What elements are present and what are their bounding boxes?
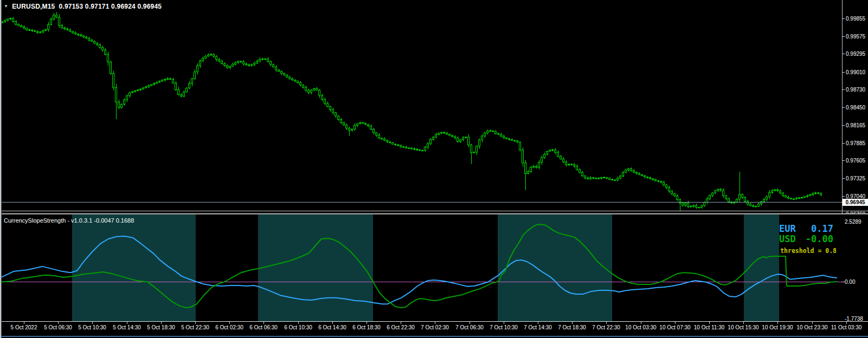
time-tick bbox=[538, 322, 538, 324]
time-axis-label: 6 Oct 14:30 bbox=[318, 324, 346, 330]
time-tick bbox=[24, 322, 24, 324]
current-price-badge: 0.96945 bbox=[843, 199, 868, 206]
price-axis-label: 0.97325 bbox=[846, 176, 867, 181]
time-axis-label: 5 Oct 18:30 bbox=[147, 324, 175, 330]
time-tick bbox=[709, 322, 710, 324]
mt4-chart-window: ▼ EURUSD,M15 0.97153 0.97171 0.96924 0.9… bbox=[0, 0, 868, 338]
price-axis-label: 0.99295 bbox=[846, 51, 867, 57]
time-tick bbox=[846, 322, 847, 324]
legend-usd-row: USD -0.00 bbox=[779, 234, 833, 244]
window-left-frame-shadow bbox=[1, 0, 2, 338]
time-tick bbox=[572, 322, 573, 324]
window-bottom-edge bbox=[0, 336, 868, 337]
time-tick bbox=[743, 322, 744, 324]
time-tick bbox=[504, 322, 504, 324]
panel-splitter[interactable] bbox=[0, 211, 868, 211]
time-axis-label: 5 Oct 22:30 bbox=[181, 324, 209, 330]
time-tick bbox=[229, 322, 230, 324]
signal-band bbox=[258, 214, 373, 321]
time-axis-label: 5 Oct 14:30 bbox=[113, 324, 141, 330]
time-axis-label: 7 Oct 10:30 bbox=[490, 324, 518, 330]
price-axis-label: 0.98450 bbox=[846, 105, 867, 110]
indicator-legend: EUR 0.17 USD -0.00 threshold = 0.8 bbox=[779, 224, 833, 255]
candles bbox=[2, 12, 822, 211]
time-tick bbox=[401, 322, 401, 324]
indicator-chart[interactable] bbox=[0, 214, 868, 321]
price-axis-label: 0.99010 bbox=[846, 69, 867, 75]
time-tick bbox=[298, 322, 299, 324]
time-axis-label: 10 Oct 03:30 bbox=[625, 324, 656, 330]
price-axis-label: 0.97885 bbox=[846, 140, 867, 146]
time-axis-label: 6 Oct 06:30 bbox=[249, 324, 278, 330]
time-axis-label: 7 Oct 06:30 bbox=[455, 324, 484, 330]
signal-band bbox=[72, 214, 196, 321]
legend-eur-row: EUR 0.17 bbox=[779, 224, 833, 234]
price-axis-label: 0.99575 bbox=[846, 34, 867, 40]
chart-title: ▼ EURUSD,M15 0.97153 0.97171 0.96924 0.9… bbox=[4, 3, 162, 10]
time-tick bbox=[435, 322, 435, 324]
time-tick bbox=[812, 322, 813, 324]
time-axis-label: 6 Oct 02:30 bbox=[215, 324, 243, 330]
time-tick bbox=[263, 322, 264, 324]
time-axis-label: 7 Oct 18:30 bbox=[558, 324, 586, 330]
time-axis-label: 10 Oct 07:30 bbox=[659, 324, 690, 330]
time-axis-label: 6 Oct 10:30 bbox=[284, 324, 312, 330]
legend-eur-value: 0.17 bbox=[811, 224, 833, 234]
time-tick bbox=[675, 322, 676, 324]
signal-band bbox=[498, 214, 612, 321]
symbol-dropdown-icon[interactable]: ▼ bbox=[4, 4, 8, 9]
time-tick bbox=[641, 322, 641, 324]
time-tick bbox=[777, 322, 778, 324]
price-axis-label: 0.99855 bbox=[846, 16, 867, 22]
time-tick bbox=[332, 322, 333, 324]
indicator-axis-label: 0.00 bbox=[845, 279, 868, 285]
time-axis-label: 7 Oct 14:30 bbox=[524, 324, 552, 330]
time-axis-label: 7 Oct 02:30 bbox=[421, 324, 449, 330]
time-tick bbox=[606, 322, 607, 324]
time-tick bbox=[161, 322, 162, 324]
ohlc-values: 0.97153 0.97171 0.96924 0.96945 bbox=[59, 3, 162, 10]
symbol-period-label: EURUSD,M15 bbox=[12, 3, 55, 10]
legend-threshold: threshold = 0.8 bbox=[779, 248, 837, 255]
time-axis-label: 10 Oct 11:30 bbox=[694, 324, 725, 330]
price-axis-label: 0.98730 bbox=[846, 87, 867, 93]
time-axis-label: 10 Oct 19:30 bbox=[762, 324, 793, 330]
time-axis-label: 6 Oct 18:30 bbox=[352, 324, 381, 330]
time-tick bbox=[367, 322, 367, 324]
time-axis-label: 11 Oct 03:30 bbox=[831, 324, 862, 330]
indicator-axis-label: 2.5289 bbox=[845, 219, 868, 225]
time-axis-label: 10 Oct 15:30 bbox=[728, 324, 758, 330]
legend-eur-label: EUR bbox=[779, 224, 796, 234]
time-tick bbox=[195, 322, 196, 324]
candlestick-chart[interactable] bbox=[0, 0, 868, 211]
time-tick bbox=[470, 322, 470, 324]
time-tick bbox=[92, 322, 93, 324]
time-tick bbox=[58, 322, 59, 324]
time-axis-label: 5 Oct 2022 bbox=[11, 324, 37, 330]
time-axis-label: 7 Oct 22:30 bbox=[592, 324, 620, 330]
time-tick bbox=[127, 322, 127, 324]
price-axis-label: 0.98165 bbox=[846, 122, 867, 128]
legend-usd-value: -0.00 bbox=[806, 234, 833, 244]
price-axis-label: 0.97605 bbox=[846, 158, 867, 164]
time-axis-label: 5 Oct 10:30 bbox=[78, 324, 106, 330]
time-axis-label: 6 Oct 22:30 bbox=[387, 324, 415, 330]
indicator-name-label: CurrencySlopeStrength - v1.0.3.1 -0.0047… bbox=[4, 217, 134, 224]
legend-usd-label: USD bbox=[779, 234, 796, 244]
time-axis-label: 5 Oct 06:30 bbox=[44, 324, 72, 330]
time-axis-label: 10 Oct 23:30 bbox=[796, 324, 827, 330]
time-axis-border bbox=[0, 321, 868, 322]
